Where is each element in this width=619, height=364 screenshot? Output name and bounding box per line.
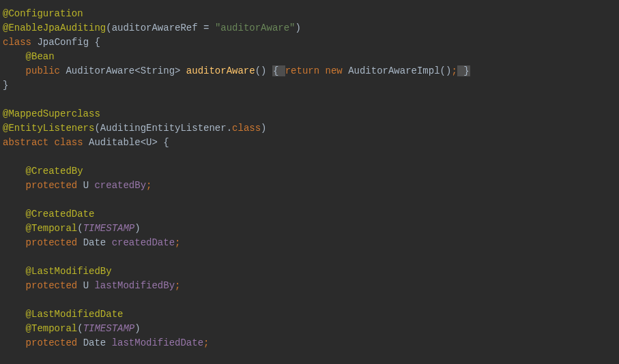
code-line: @EntityListeners(AuditingEntityListener.… xyxy=(0,121,619,136)
method-name: auditorAware xyxy=(186,65,255,76)
code-line xyxy=(0,250,619,264)
constant: TIMESTAMP xyxy=(83,323,135,334)
code-line xyxy=(0,193,619,207)
code-editor[interactable]: @Configuration @EnableJpaAuditing(audito… xyxy=(0,0,619,364)
code-line: protected Date lastModifiedDate; xyxy=(0,336,619,350)
keyword: protected xyxy=(26,280,83,291)
class-name: Auditable< xyxy=(89,137,146,148)
code-line: public AuditorAware<String> auditorAware… xyxy=(0,64,619,78)
code-line: abstract class Auditable<U> { xyxy=(0,136,619,150)
annotation: @Configuration xyxy=(3,8,83,19)
keyword: protected xyxy=(26,337,83,348)
close-brace: } xyxy=(457,65,470,76)
annotation: @Temporal xyxy=(26,323,78,334)
code-line xyxy=(0,350,619,364)
code-line: @Temporal(TIMESTAMP) xyxy=(0,222,619,236)
code-line: } xyxy=(0,78,619,93)
annotation: @Bean xyxy=(26,51,55,62)
code-line xyxy=(0,150,619,164)
code-line: protected Date createdDate; xyxy=(0,236,619,250)
field-name: createdDate xyxy=(112,237,175,248)
code-line: @EnableJpaAuditing(auditorAwareRef = "au… xyxy=(0,21,619,35)
code-line: protected U lastModifiedBy; xyxy=(0,279,619,293)
code-line: @LastModifiedBy xyxy=(0,264,619,279)
field-name: lastModifiedBy xyxy=(94,280,175,291)
annotation: @EnableJpaAuditing xyxy=(3,22,106,33)
keyword: return new xyxy=(285,65,348,76)
annotation: @MappedSuperclass xyxy=(3,108,100,119)
keyword: protected xyxy=(26,180,83,191)
field-name: lastModifiedDate xyxy=(112,337,203,348)
code-line: protected U createdBy; xyxy=(0,179,619,193)
code-line: @MappedSuperclass xyxy=(0,107,619,121)
type: AuditorAware<String> xyxy=(66,65,186,76)
keyword: protected xyxy=(26,237,83,248)
code-line xyxy=(0,93,619,107)
constant: TIMESTAMP xyxy=(83,223,135,234)
annotation: @LastModifiedBy xyxy=(26,266,112,277)
code-line: @Temporal(TIMESTAMP) xyxy=(0,322,619,336)
annotation: @Temporal xyxy=(26,223,78,234)
code-line: class JpaConfig { xyxy=(0,35,619,50)
annotation: @CreatedBy xyxy=(26,166,83,177)
code-line: @CreatedBy xyxy=(0,164,619,179)
code-line: @Bean xyxy=(0,50,619,64)
keyword: public xyxy=(26,65,66,76)
string-literal: "auditorAware" xyxy=(215,22,296,33)
code-line xyxy=(0,293,619,307)
open-brace: { xyxy=(272,65,285,76)
code-line: @LastModifiedDate xyxy=(0,307,619,322)
code-line: @Configuration xyxy=(0,7,619,21)
annotation: @CreatedDate xyxy=(26,209,95,219)
code-line: @CreatedDate xyxy=(0,207,619,222)
annotation: @EntityListeners xyxy=(3,123,94,134)
keyword: abstract class xyxy=(3,137,89,148)
annotation: @LastModifiedDate xyxy=(26,309,124,320)
keyword: class xyxy=(3,37,37,48)
field-name: createdBy xyxy=(94,180,146,191)
class-name: JpaConfig xyxy=(37,37,94,48)
keyword: class xyxy=(232,123,261,134)
